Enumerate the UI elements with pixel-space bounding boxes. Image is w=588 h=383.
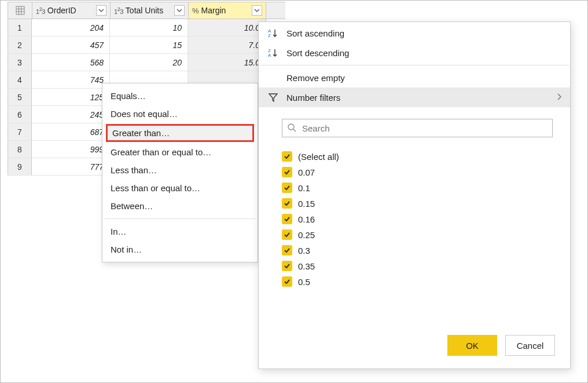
ok-button[interactable]: OK — [447, 335, 497, 356]
filter-search[interactable] — [282, 119, 553, 137]
cell-totalunits[interactable]: 20 — [110, 54, 188, 71]
checkbox-icon — [282, 183, 292, 193]
cancel-button[interactable]: Cancel — [505, 335, 555, 356]
row-number: 2 — [8, 37, 32, 53]
filter-equals[interactable]: Equals… — [102, 87, 258, 105]
table-row[interactable]: 35682015.0 — [8, 54, 285, 71]
column-filter-button[interactable] — [96, 5, 106, 16]
cell-orderid[interactable]: 204 — [32, 19, 110, 36]
column-filter-panel: AZ Sort ascending ZA Sort descending Rem… — [258, 21, 571, 369]
row-number: 9 — [8, 158, 32, 175]
checkbox-icon — [282, 245, 292, 256]
svg-point-9 — [288, 124, 294, 130]
checkbox-label: 0.1 — [298, 183, 310, 193]
menu-label: Sort descending — [286, 48, 349, 58]
column-filter-button[interactable] — [252, 5, 262, 16]
filter-value[interactable]: 0.5 — [282, 276, 553, 287]
column-label: Margin — [201, 6, 249, 15]
menu-label: Remove empty — [286, 73, 345, 83]
row-number: 6 — [8, 106, 32, 123]
sort-asc-icon: AZ — [267, 28, 280, 38]
checkbox-icon — [282, 151, 292, 162]
filter-greater-than[interactable]: Greater than… — [106, 124, 254, 142]
cell-totalunits[interactable]: 15 — [110, 37, 188, 53]
svg-rect-0 — [16, 6, 24, 14]
filter-between[interactable]: Between… — [102, 197, 258, 215]
checkbox-icon — [282, 276, 292, 287]
checkbox-label: 0.15 — [298, 199, 315, 209]
search-icon — [287, 123, 296, 134]
checkbox-label: 0.25 — [298, 230, 315, 240]
grid-header: 123 OrderID 123 Total Units % Margin — [8, 2, 285, 19]
sort-descending[interactable]: ZA Sort descending — [259, 43, 570, 63]
cell-totalunits[interactable]: 10 — [110, 19, 188, 36]
filter-not-in[interactable]: Not in… — [102, 240, 258, 258]
filter-in[interactable]: In… — [102, 222, 258, 240]
column-label: Total Units — [126, 6, 172, 15]
column-label: OrderID — [47, 6, 94, 15]
cell-orderid[interactable]: 245 — [32, 106, 110, 123]
row-number: 1 — [8, 19, 32, 36]
filter-value[interactable]: 0.1 — [282, 183, 553, 193]
column-filter-button[interactable] — [174, 5, 185, 16]
row-number: 8 — [8, 141, 32, 158]
number-filters[interactable]: Number filters — [259, 87, 570, 107]
cell-orderid[interactable]: 999 — [32, 141, 110, 158]
table-row[interactable]: 2457157.0 — [8, 37, 285, 54]
menu-separator — [105, 218, 255, 219]
filter-value[interactable]: 0.35 — [282, 261, 553, 271]
cell-orderid[interactable]: 568 — [32, 54, 110, 71]
filter-greater-than-equal[interactable]: Greater than or equal to… — [102, 143, 258, 161]
sort-ascending[interactable]: AZ Sort ascending — [259, 23, 570, 43]
checkbox-label: 0.35 — [298, 261, 315, 271]
checkbox-label: 0.16 — [298, 214, 315, 224]
filter-value[interactable]: 0.25 — [282, 229, 553, 240]
search-input[interactable] — [301, 123, 547, 134]
cell-orderid[interactable]: 457 — [32, 37, 110, 53]
number-type-icon: 123 — [36, 6, 45, 15]
menu-label: Number filters — [286, 93, 340, 103]
percent-type-icon: % — [192, 6, 199, 15]
cell-margin[interactable]: 10.0 — [188, 19, 266, 36]
row-number: 3 — [8, 54, 32, 71]
checkbox-label: 0.07 — [298, 167, 315, 177]
column-header-margin[interactable]: % Margin — [188, 2, 266, 19]
column-header-totalunits[interactable]: 123 Total Units — [110, 2, 188, 19]
cell-orderid[interactable]: 125 — [32, 89, 110, 105]
chevron-right-icon — [556, 93, 562, 103]
menu-separator — [260, 65, 569, 65]
menu-label: Sort ascending — [286, 28, 344, 38]
checkbox-label: 0.3 — [298, 246, 310, 256]
cell-margin[interactable]: 15.0 — [188, 54, 266, 71]
checkbox-icon — [282, 261, 292, 271]
filter-less-than[interactable]: Less than… — [102, 161, 258, 179]
checkbox-label: (Select all) — [298, 152, 339, 162]
table-corner-icon[interactable] — [8, 2, 32, 19]
number-type-icon: 123 — [114, 6, 123, 15]
row-number: 7 — [8, 123, 32, 140]
table-row[interactable]: 12041010.0 — [8, 19, 285, 37]
filter-value-list: (Select all)0.070.10.150.160.250.30.350.… — [282, 151, 553, 287]
filter-value[interactable]: 0.16 — [282, 214, 553, 224]
filter-value[interactable]: 0.15 — [282, 198, 553, 209]
cell-margin[interactable]: 7.0 — [188, 37, 266, 53]
svg-line-10 — [293, 129, 296, 132]
row-number: 4 — [8, 71, 32, 88]
checkbox-icon — [282, 167, 292, 177]
filter-less-than-equal[interactable]: Less than or equal to… — [102, 179, 258, 197]
filter-not-equal[interactable]: Does not equal… — [102, 105, 258, 123]
cell-orderid[interactable]: 777 — [32, 158, 110, 175]
filter-value[interactable]: 0.3 — [282, 245, 553, 256]
cell-orderid[interactable]: 687 — [32, 123, 110, 140]
column-header-orderid[interactable]: 123 OrderID — [32, 2, 110, 19]
remove-empty[interactable]: Remove empty — [259, 68, 570, 87]
checkbox-label: 0.5 — [298, 277, 310, 287]
filter-icon — [267, 92, 280, 103]
cell-orderid[interactable]: 745 — [32, 71, 110, 88]
filter-select-all[interactable]: (Select all) — [282, 151, 553, 162]
svg-text:Z: Z — [268, 33, 271, 38]
number-filters-submenu: Equals… Does not equal… Greater than… Gr… — [102, 83, 258, 262]
checkbox-icon — [282, 198, 292, 209]
checkbox-icon — [282, 229, 292, 240]
filter-value[interactable]: 0.07 — [282, 167, 553, 177]
